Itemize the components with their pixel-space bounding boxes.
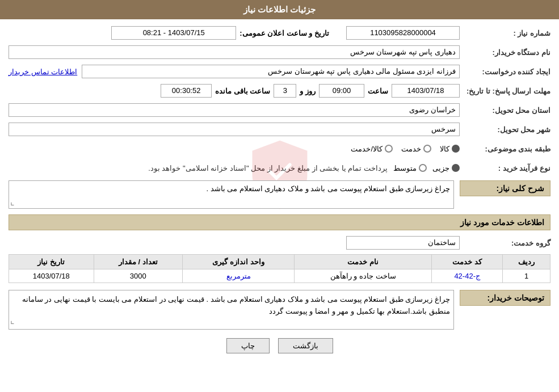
- back-button[interactable]: بازگشت: [278, 338, 333, 353]
- response-time-value: 09:00: [319, 84, 364, 98]
- category-option-goods: کالا: [440, 145, 460, 153]
- creator-link[interactable]: اطلاعات تماس خریدار: [9, 68, 77, 76]
- category-goods-label: کالا: [440, 145, 449, 153]
- purchase-type-options: جزیی متوسط پرداخت تمام یا بخشی از مبلغ خ…: [9, 164, 460, 172]
- response-date-value: 1403/07/18: [392, 84, 460, 98]
- need-desc-section-title: شرح کلی نیاز:: [460, 180, 550, 196]
- category-row: طبقه بندی موضوعی: کالا خدمت کالا/خدمت: [9, 141, 550, 157]
- response-days-value: 3: [274, 84, 296, 98]
- button-row: بازگشت چاپ: [9, 338, 550, 353]
- purchase-medium: متوسط: [393, 164, 427, 172]
- creator-row: ایجاد کننده درخواست: فرزانه ایزدی مسئول …: [9, 64, 550, 79]
- table-cell: مترمربع: [182, 269, 294, 283]
- purchase-type-row: نوع فرآیند خرید : جزیی متوسط پرداخت تمام…: [9, 160, 550, 176]
- services-section-title: اطلاعات خدمات مورد نیاز: [9, 214, 550, 230]
- category-option-service: خدمت: [401, 145, 431, 153]
- province-value: خراسان رضوی: [9, 103, 460, 117]
- table-cell: ج-42-42: [432, 269, 503, 283]
- category-service-label: خدمت: [401, 145, 421, 153]
- col-unit: واحد اندازه گیری: [182, 255, 294, 269]
- buyer-org-value: دهیاری پاس تپه شهرستان سرخس: [9, 45, 460, 59]
- category-radio-group: کالا خدمت کالا/خدمت: [9, 145, 460, 153]
- category-label: طبقه بندی موضوعی:: [460, 145, 550, 153]
- service-group-value: ساختمان: [346, 236, 460, 250]
- print-button[interactable]: چاپ: [226, 338, 270, 353]
- table-cell: 1403/07/18: [9, 269, 94, 283]
- service-group-label: گروه خدمت:: [460, 239, 550, 247]
- date-label: تاریخ و ساعت اعلان عمومی:: [239, 29, 329, 37]
- purchase-type-label: نوع فرآیند خرید :: [460, 164, 550, 172]
- category-radio-goods[interactable]: [452, 145, 460, 153]
- table-cell: ساخت جاده و راهآهن: [295, 269, 432, 283]
- need-number-value: 1103095828000004: [346, 26, 460, 40]
- page-header: جزئیات اطلاعات نیاز: [0, 0, 559, 19]
- col-date: تاریخ نیاز: [9, 255, 94, 269]
- need-desc-value: چراغ زیرسازی طبق استعلام پیوست می باشد و…: [9, 180, 454, 209]
- col-service-code: کد خدمت: [432, 255, 503, 269]
- page-title: جزئیات اطلاعات نیاز: [243, 5, 316, 14]
- purchase-medium-label: متوسط: [393, 164, 417, 172]
- city-row: شهر محل تحویل: سرخس: [9, 121, 550, 137]
- category-both-label: کالا/خدمت: [351, 145, 383, 153]
- city-label: شهر محل تحویل:: [460, 125, 550, 134]
- category-radio-both[interactable]: [385, 145, 393, 153]
- table-row: 1ج-42-42ساخت جاده و راهآهنمترمربع3000140…: [9, 269, 550, 283]
- buyer-desc-section: توصیحات خریدار: چراغ زیرسازی طبق استعلام…: [9, 290, 550, 330]
- province-row: استان محل تحویل: خراسان رضوی: [9, 102, 550, 118]
- service-group-row: گروه خدمت: ساختمان: [9, 235, 550, 251]
- purchase-partial-radio[interactable]: [452, 164, 460, 172]
- table-cell: 1: [503, 269, 550, 283]
- col-quantity: تعداد / مقدار: [94, 255, 182, 269]
- category-radio-service[interactable]: [423, 145, 431, 153]
- buyer-desc-value: چراغ زیرسازی طبق استعلام پیوست می باشد و…: [9, 290, 454, 330]
- announcement-date-value: 1403/07/15 - 08:21: [111, 26, 236, 40]
- buyer-org-row: نام دستگاه خریدار: دهیاری پاس تپه شهرستا…: [9, 44, 550, 60]
- province-label: استان محل تحویل:: [460, 106, 550, 115]
- response-date-label: مهلت ارسال پاسخ: تا تاریخ:: [460, 87, 550, 95]
- response-deadline-row: مهلت ارسال پاسخ: تا تاریخ: 1403/07/18 سا…: [9, 83, 550, 99]
- resize-icon: ⌞: [10, 196, 15, 207]
- need-number-row: شماره نیاز : 1103095828000004 تاریخ و سا…: [9, 25, 550, 41]
- creator-value: فرزانه ایزدی مسئول مالی دهیاری پاس تپه ش…: [82, 65, 460, 78]
- need-desc-label: شرح کلی نیاز:: [497, 184, 544, 193]
- table-header-row: ردیف کد خدمت نام خدمت واحد اندازه گیری ت…: [9, 255, 550, 269]
- category-option-both: کالا/خدمت: [351, 145, 393, 153]
- col-row-num: ردیف: [503, 255, 550, 269]
- purchase-partial: جزیی: [432, 164, 460, 172]
- city-value: سرخس: [9, 123, 460, 136]
- buyer-resize-icon: ⌞: [10, 313, 15, 328]
- response-remaining-label: ساعت باقی مانده: [215, 87, 270, 95]
- table-cell: 3000: [94, 269, 182, 283]
- creator-label: ایجاد کننده درخواست:: [460, 68, 550, 76]
- need-desc-section: شرح کلی نیاز: چراغ زیرسازی طبق استعلام پ…: [9, 180, 550, 209]
- purchase-medium-radio[interactable]: [419, 164, 427, 172]
- response-remaining-value: 00:30:52: [161, 84, 212, 98]
- services-table: ردیف کد خدمت نام خدمت واحد اندازه گیری ت…: [9, 254, 550, 283]
- need-number-label: شماره نیاز :: [460, 29, 550, 37]
- purchase-partial-label: جزیی: [432, 164, 449, 172]
- response-days-label: روز و: [300, 87, 316, 95]
- response-time-label: ساعت: [368, 87, 388, 95]
- buyer-desc-label: توصیحات خریدار:: [460, 290, 550, 306]
- purchase-note: پرداخت تمام یا بخشی از مبلغ خریدار از مح…: [9, 164, 388, 172]
- col-service-name: نام خدمت: [295, 255, 432, 269]
- buyer-org-label: نام دستگاه خریدار:: [460, 48, 550, 57]
